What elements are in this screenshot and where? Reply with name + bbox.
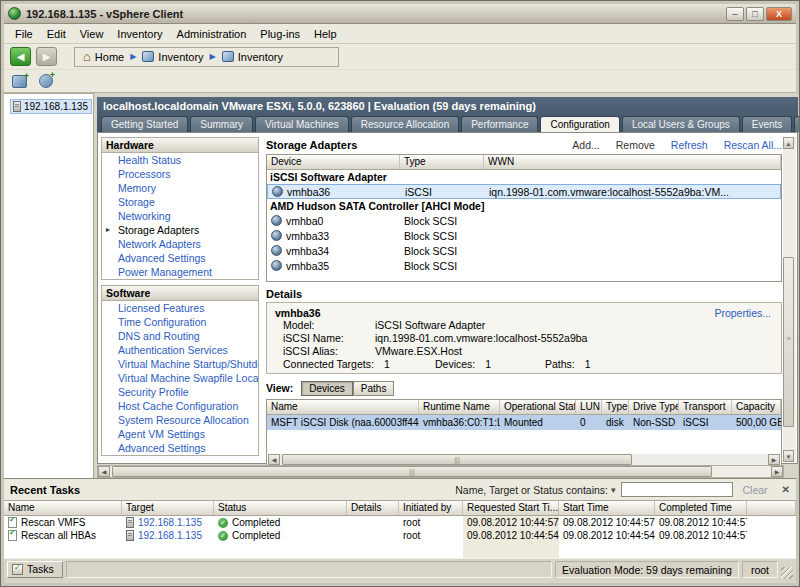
view-paths-button[interactable]: Paths	[353, 381, 395, 396]
forward-button[interactable]: ▶	[36, 47, 57, 66]
adapter-row-vmhba34[interactable]: vmhba34Block SCSI	[267, 243, 781, 258]
tab-configuration[interactable]: Configuration	[540, 116, 619, 132]
resize-grip[interactable]	[781, 567, 793, 579]
task-row-rescan-all-hbas[interactable]: Rescan all HBAs192.168.1.135✓Completedro…	[4, 529, 796, 542]
adapter-row-vmhba0[interactable]: vmhba0Block SCSI	[267, 213, 781, 228]
minimize-button[interactable]: –	[726, 7, 744, 21]
task-target-link[interactable]: 192.168.1.135	[138, 517, 202, 528]
back-button[interactable]: ◀	[10, 47, 31, 66]
sidebar-item-health-status[interactable]: Health Status	[102, 153, 258, 167]
scroll-right-icon[interactable]: ▶	[771, 466, 783, 477]
column-header-start-time[interactable]: Start Time	[559, 501, 655, 515]
tab-resource-allocation[interactable]: Resource Allocation	[351, 116, 459, 132]
refresh-link[interactable]: Refresh	[671, 139, 708, 151]
column-header-initiated-by[interactable]: Initiated by	[399, 501, 463, 515]
breadcrumb-item-inventory-1[interactable]: Inventory	[142, 51, 203, 63]
tree-item-host[interactable]: 192.168.1.135	[10, 99, 92, 114]
task-filter-input[interactable]	[621, 482, 733, 497]
tasks-button[interactable]: Tasks	[7, 561, 63, 578]
sidebar-item-security-profile[interactable]: Security Profile	[102, 385, 258, 399]
scroll-thumb[interactable]: |||	[282, 454, 632, 465]
sidebar-item-dns-and-routing[interactable]: DNS and Routing	[102, 329, 258, 343]
column-header-status[interactable]: Status	[214, 501, 347, 515]
vertical-scrollbar[interactable]: ▲ ≡ ▼	[783, 137, 796, 462]
sidebar-item-virtual-machine-startup-shutdown[interactable]: Virtual Machine Startup/Shutdown	[102, 357, 258, 371]
sidebar-item-virtual-machine-swapfile-location[interactable]: Virtual Machine Swapfile Location	[102, 371, 258, 385]
sidebar-item-storage[interactable]: Storage	[102, 195, 258, 209]
menu-help[interactable]: Help	[307, 26, 344, 42]
add-link[interactable]: Add...	[572, 139, 599, 151]
breadcrumb-item-inventory-2[interactable]: Inventory	[222, 51, 283, 63]
globe-plus-icon[interactable]	[39, 74, 53, 88]
clear-filter-link[interactable]: Clear	[743, 484, 768, 496]
sidebar-item-storage-adapters[interactable]: Storage Adapters	[102, 223, 258, 237]
sidebar-item-agent-vm-settings[interactable]: Agent VM Settings	[102, 427, 258, 441]
sidebar-item-power-management[interactable]: Power Management	[102, 265, 258, 279]
task-target-link[interactable]: 192.168.1.135	[138, 530, 202, 541]
tab-performance[interactable]: Performance	[461, 116, 538, 132]
device-row[interactable]: MSFT iSCSI Disk (naa.60003ff44dc...vmhba…	[267, 415, 781, 430]
tab-getting-started[interactable]: Getting Started	[101, 116, 188, 132]
scroll-left-icon[interactable]: ◀	[268, 454, 280, 465]
filter-dropdown-icon[interactable]: ▾	[611, 485, 616, 495]
column-header-completed-time[interactable]: Completed Time	[655, 501, 747, 515]
column-header-runtime-name[interactable]: Runtime Name	[419, 400, 500, 414]
menu-file[interactable]: File	[8, 26, 40, 42]
rescan-all-link[interactable]: Rescan All...	[724, 139, 782, 151]
tab-virtual-machines[interactable]: Virtual Machines	[255, 116, 349, 132]
breadcrumb-item-home-0[interactable]: ⌂Home	[83, 51, 124, 63]
column-header-lun[interactable]: LUN	[576, 400, 602, 414]
column-header-details[interactable]: Details	[347, 501, 399, 515]
sidebar-item-system-resource-allocation[interactable]: System Resource Allocation	[102, 413, 258, 427]
sidebar-item-licensed-features[interactable]: Licensed Features	[102, 301, 258, 315]
tab-summary[interactable]: Summary	[190, 116, 253, 132]
scroll-thumb[interactable]: |||	[112, 466, 712, 477]
sidebar-item-network-adapters[interactable]: Network Adapters	[102, 237, 258, 251]
sidebar-item-host-cache-configuration[interactable]: Host Cache Configuration	[102, 399, 258, 413]
scroll-down-icon[interactable]: ▼	[783, 450, 794, 462]
task-row-rescan-vmfs[interactable]: Rescan VMFS192.168.1.135✓Completedroot09…	[4, 516, 796, 529]
column-header-name[interactable]: Name	[4, 501, 122, 515]
sidebar-item-processors[interactable]: Processors	[102, 167, 258, 181]
tab-events[interactable]: Events	[742, 116, 793, 132]
sidebar-item-networking[interactable]: Networking	[102, 209, 258, 223]
sidebar-item-time-configuration[interactable]: Time Configuration	[102, 315, 258, 329]
adapter-row-vmhba36[interactable]: vmhba36iSCSIiqn.1998-01.com.vmware:local…	[267, 184, 781, 199]
column-header-transport[interactable]: Transport	[679, 400, 732, 414]
column-header-capacity[interactable]: Capacity	[732, 400, 781, 414]
scroll-left-icon[interactable]: ◀	[98, 466, 110, 477]
properties-link[interactable]: Properties...	[714, 307, 771, 319]
adapter-row-vmhba35[interactable]: vmhba35Block SCSI	[267, 258, 781, 273]
column-header-type[interactable]: Type	[400, 155, 484, 169]
column-header-device[interactable]: Device	[267, 155, 400, 169]
remove-link[interactable]: Remove	[616, 139, 655, 151]
menu-edit[interactable]: Edit	[40, 26, 73, 42]
menu-view[interactable]: View	[73, 26, 111, 42]
close-tasks-icon[interactable]: ✕	[782, 484, 790, 495]
scroll-right-icon[interactable]: ▶	[768, 454, 780, 465]
column-header-drive-type[interactable]: Drive Type	[629, 400, 679, 414]
tab-local-users-groups[interactable]: Local Users & Groups	[622, 116, 740, 132]
sidebar-item-advanced-settings[interactable]: Advanced Settings	[102, 441, 258, 455]
column-header-wwn[interactable]: WWN	[484, 155, 781, 169]
sidebar-item-memory[interactable]: Memory	[102, 181, 258, 195]
sidebar-item-advanced-settings[interactable]: Advanced Settings	[102, 251, 258, 265]
column-header-type[interactable]: Type	[602, 400, 629, 414]
adapter-row-vmhba33[interactable]: vmhba33Block SCSI	[267, 228, 781, 243]
menu-administration[interactable]: Administration	[170, 26, 254, 42]
menu-plug-ins[interactable]: Plug-ins	[253, 26, 307, 42]
column-header-target[interactable]: Target	[122, 501, 214, 515]
scroll-up-icon[interactable]: ▲	[783, 137, 794, 149]
sidebar-item-authentication-services[interactable]: Authentication Services	[102, 343, 258, 357]
column-header-operational-state[interactable]: Operational State	[500, 400, 576, 414]
menu-inventory[interactable]: Inventory	[110, 26, 169, 42]
column-header-name[interactable]: Name	[267, 400, 419, 414]
close-button[interactable]: X	[766, 7, 792, 21]
tab-permissions[interactable]: Permissions	[794, 116, 800, 132]
view-devices-button[interactable]: Devices	[301, 381, 353, 396]
column-header-requested-start-ti[interactable]: Requested Start Ti...▽	[463, 501, 559, 515]
pane-horizontal-scrollbar[interactable]: ◀ ||| ▶	[97, 465, 784, 478]
servers-plus-icon[interactable]	[12, 75, 27, 88]
scroll-thumb[interactable]: ≡	[783, 257, 794, 427]
maximize-button[interactable]: □	[746, 7, 764, 21]
